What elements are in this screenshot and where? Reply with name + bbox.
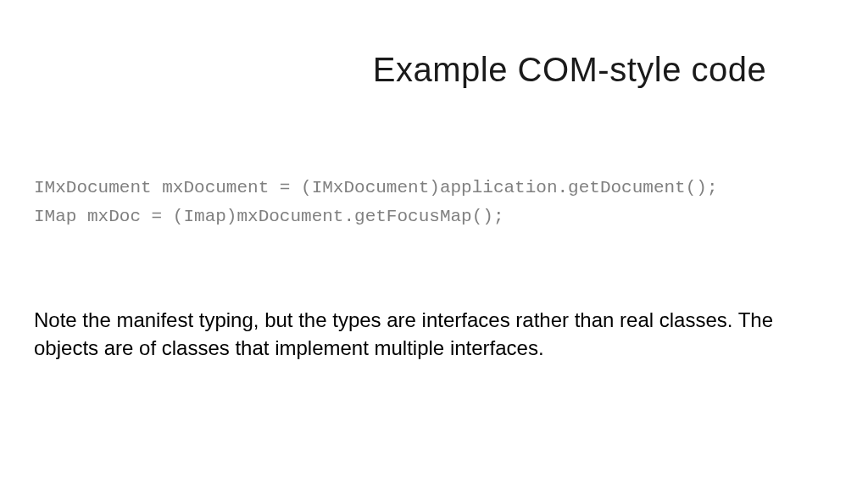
- slide-title: Example COM-style code: [339, 51, 800, 89]
- code-line-1: IMxDocument mxDocument = (IMxDocument)ap…: [34, 174, 834, 202]
- slide-container: Example COM-style code IMxDocument mxDoc…: [0, 0, 868, 488]
- explanation-note: Note the manifest typing, but the types …: [34, 307, 834, 362]
- code-block: IMxDocument mxDocument = (IMxDocument)ap…: [34, 174, 834, 230]
- code-line-2: IMap mxDoc = (Imap)mxDocument.getFocusMa…: [34, 202, 834, 231]
